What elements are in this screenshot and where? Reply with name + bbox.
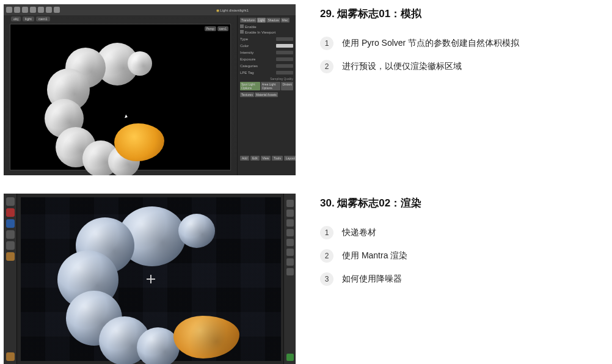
lesson-title: 29. 烟雾标志01：模拟	[320, 7, 519, 21]
option-icon[interactable]	[286, 219, 294, 227]
step-text: 进行预设，以便仅渲染徽标区域	[342, 61, 462, 72]
path-breadcrumb: obj light cam1	[11, 16, 52, 21]
option-icon[interactable]	[286, 239, 294, 246]
param-label: Categories	[240, 64, 258, 68]
param-footer: Sampling Quality	[240, 77, 293, 81]
check-label: Enable In Viewport	[245, 31, 275, 34]
crosshair-icon	[147, 275, 155, 283]
tool-icon[interactable]	[6, 241, 15, 250]
sub-tab[interactable]: Textures	[240, 92, 254, 97]
sub-tab[interactable]: Spot Light Options	[240, 82, 260, 90]
lesson-info-30: 30. 烟雾标志02：渲染 1快递卷材 2使用 Mantra 渲染 3如何使用降…	[320, 194, 421, 296]
param-input[interactable]	[276, 71, 293, 75]
param-label: Color	[240, 44, 249, 48]
option-icon[interactable]	[286, 268, 294, 275]
option-icon[interactable]	[286, 200, 294, 207]
step-text: 快递卷材	[342, 227, 376, 238]
step-number: 1	[320, 226, 333, 239]
sub-tabs-2: Textures Material Assets	[240, 92, 293, 97]
viewport-menu-item[interactable]: cam1	[217, 26, 228, 31]
viewport-menu: Persp cam1	[205, 26, 228, 31]
tool-icon[interactable]	[6, 197, 15, 206]
render-canvas[interactable]	[21, 197, 281, 361]
footer-button[interactable]: View	[261, 156, 271, 161]
viewport[interactable]: Persp cam1	[10, 24, 231, 170]
color-swatch[interactable]	[276, 44, 293, 48]
tool-icon[interactable]	[6, 208, 15, 217]
breadcrumb-item[interactable]: cam1	[36, 16, 50, 21]
play-icon[interactable]	[286, 354, 294, 361]
lesson-step: 1快递卷材	[320, 226, 421, 239]
smoke-c-render	[64, 206, 247, 362]
param-tab[interactable]: Light	[257, 18, 266, 23]
checkbox[interactable]	[240, 30, 244, 34]
breadcrumb-item[interactable]: obj	[11, 16, 21, 21]
lesson-title: 30. 烟雾标志02：渲染	[320, 196, 421, 210]
option-icon[interactable]	[286, 209, 294, 217]
toolbar-icon[interactable]	[14, 7, 20, 13]
option-icon[interactable]	[286, 249, 294, 256]
check-label: Enable	[245, 25, 257, 29]
sub-tab[interactable]: Area Light Options	[261, 82, 281, 90]
footer-button[interactable]: Layout	[284, 156, 296, 161]
param-label: Type	[240, 37, 248, 41]
checkbox[interactable]	[240, 24, 244, 28]
param-input[interactable]	[276, 64, 293, 68]
footer-buttons: Add Edit View Tools Layout	[240, 156, 296, 161]
houdini-ui: ◉ Light distantlight1 obj light cam1 Per…	[4, 4, 296, 175]
step-text: 如何使用降噪器	[342, 274, 402, 285]
param-label: LPE Tag	[240, 71, 254, 75]
footer-button[interactable]: Add	[240, 156, 249, 161]
tool-icon[interactable]	[6, 352, 15, 361]
lesson-row-29: ◉ Light distantlight1 obj light cam1 Per…	[0, 0, 612, 175]
lesson-step: 2进行预设，以便仅渲染徽标区域	[320, 60, 519, 73]
step-text: 使用 Pyro Solver 节点的参数创建自然体积模拟	[342, 38, 519, 49]
cursor-icon	[125, 114, 128, 118]
toolbar-icon[interactable]	[22, 7, 28, 13]
toolbar-icon[interactable]	[46, 7, 52, 13]
step-number: 2	[320, 249, 333, 263]
panel-title-text: Light distantlight1	[220, 9, 249, 12]
step-number: 1	[320, 37, 333, 50]
smoke-c-shape	[47, 43, 175, 171]
param-tab[interactable]: Shadow	[266, 18, 280, 23]
param-tabs: Transform Light Shadow Misc	[240, 18, 293, 23]
toolbar-icon[interactable]	[6, 7, 12, 13]
lesson-steps: 1快递卷材 2使用 Mantra 渲染 3如何使用降噪器	[320, 226, 421, 286]
toolbar-icon[interactable]	[30, 7, 36, 13]
param-label: Intensity	[240, 51, 253, 54]
panel-title: ◉ Light distantlight1	[216, 8, 249, 12]
param-tab[interactable]: Transform	[240, 18, 257, 23]
option-icon[interactable]	[286, 258, 294, 266]
lesson-step: 3如何使用降噪器	[320, 272, 421, 286]
orange-blob	[173, 316, 239, 359]
lesson-thumbnail-29: ◉ Light distantlight1 obj light cam1 Per…	[4, 4, 296, 175]
app-toolbar: ◉ Light distantlight1	[4, 4, 296, 15]
sub-tab[interactable]: Distant	[281, 82, 293, 90]
orange-blob	[114, 123, 164, 161]
sub-tabs: Spot Light Options Area Light Options Di…	[240, 82, 293, 90]
footer-button[interactable]: Tools	[272, 156, 283, 161]
param-slider[interactable]	[276, 51, 293, 54]
toolbar-icon[interactable]	[38, 7, 44, 13]
viewport-menu-item[interactable]: Persp	[205, 26, 216, 31]
param-value[interactable]	[276, 37, 293, 41]
lesson-step: 2使用 Mantra 渲染	[320, 249, 421, 263]
footer-button[interactable]: Edit	[250, 156, 260, 161]
tool-icon[interactable]	[6, 219, 15, 228]
step-number: 3	[320, 272, 333, 286]
breadcrumb-item[interactable]: light	[23, 16, 34, 21]
sub-tab[interactable]: Material Assets	[255, 92, 278, 97]
lesson-steps: 1使用 Pyro Solver 节点的参数创建自然体积模拟 2进行预设，以便仅渲…	[320, 37, 519, 73]
lesson-thumbnail-30	[4, 194, 296, 364]
tool-icon[interactable]	[6, 230, 15, 239]
render-view-ui	[4, 194, 296, 364]
param-slider[interactable]	[276, 57, 293, 61]
toolbar-icon[interactable]	[54, 7, 60, 13]
step-text: 使用 Mantra 渲染	[342, 250, 407, 261]
lesson-row-30: 30. 烟雾标志02：渲染 1快递卷材 2使用 Mantra 渲染 3如何使用降…	[0, 175, 612, 364]
param-tab[interactable]: Misc	[281, 18, 290, 23]
option-icon[interactable]	[286, 229, 294, 236]
tool-icon[interactable]	[6, 252, 15, 261]
lesson-info-29: 29. 烟雾标志01：模拟 1使用 Pyro Solver 节点的参数创建自然体…	[320, 4, 519, 83]
